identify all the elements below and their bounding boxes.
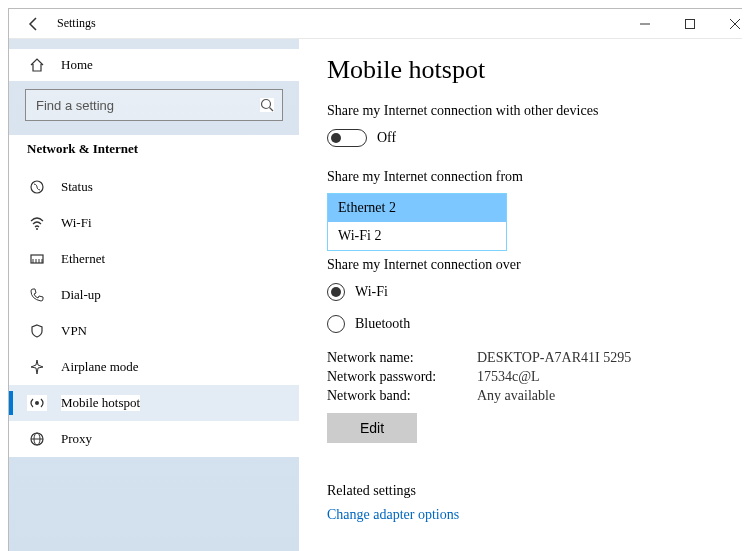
change-adapter-link[interactable]: Change adapter options: [327, 507, 729, 523]
share-from-label: Share my Internet connection from: [327, 169, 729, 185]
radio-bluetooth-label: Bluetooth: [355, 316, 410, 332]
radio-wifi-label: Wi-Fi: [355, 284, 388, 300]
radio-wifi[interactable]: Wi-Fi: [327, 283, 729, 301]
network-info: Network name: DESKTOP-A7AR41I 5295 Netwo…: [327, 347, 729, 407]
sidebar-item-label: Airplane mode: [61, 359, 139, 375]
sidebar-item-proxy[interactable]: Proxy: [9, 421, 299, 457]
shield-icon: [27, 323, 47, 339]
svg-point-11: [35, 401, 39, 405]
net-pwd-value: 17534c@L: [477, 369, 540, 385]
share-toggle[interactable]: [327, 129, 367, 147]
net-pwd-label: Network password:: [327, 369, 477, 385]
net-band-label: Network band:: [327, 388, 477, 404]
sidebar-item-wifi[interactable]: Wi-Fi: [9, 205, 299, 241]
share-over-label: Share my Internet connection over: [327, 257, 729, 273]
sidebar: Home Network & Internet Status Wi-Fi Eth…: [9, 39, 299, 551]
back-button[interactable]: [19, 16, 49, 32]
page-title: Mobile hotspot: [327, 55, 729, 85]
phone-icon: [27, 287, 47, 303]
home-icon: [27, 57, 47, 73]
svg-point-5: [36, 228, 38, 230]
minimize-button[interactable]: [622, 9, 667, 39]
hotspot-icon: [27, 395, 47, 411]
dropdown-option[interactable]: Ethernet 2: [328, 194, 506, 222]
sidebar-item-vpn[interactable]: VPN: [9, 313, 299, 349]
svg-line-3: [270, 108, 274, 112]
sidebar-item-hotspot[interactable]: Mobile hotspot: [9, 385, 299, 421]
related-header: Related settings: [327, 483, 729, 499]
sidebar-item-label: Dial-up: [61, 287, 101, 303]
home-label: Home: [61, 57, 93, 73]
sidebar-item-label: Wi-Fi: [61, 215, 92, 231]
share-from-dropdown[interactable]: Ethernet 2 Wi-Fi 2: [327, 193, 507, 251]
sidebar-item-label: Ethernet: [61, 251, 105, 267]
radio-bluetooth[interactable]: Bluetooth: [327, 315, 729, 333]
airplane-icon: [27, 359, 47, 375]
sidebar-item-label: Status: [61, 179, 93, 195]
net-name-value: DESKTOP-A7AR41I 5295: [477, 350, 631, 366]
net-band-value: Any available: [477, 388, 555, 404]
sidebar-item-label: Proxy: [61, 431, 92, 447]
search-icon: [260, 98, 274, 112]
wifi-icon: [27, 215, 47, 231]
share-toggle-label: Share my Internet connection with other …: [327, 103, 729, 119]
sidebar-item-status[interactable]: Status: [9, 169, 299, 205]
search-input[interactable]: [34, 97, 260, 114]
sidebar-item-airplane[interactable]: Airplane mode: [9, 349, 299, 385]
ethernet-icon: [27, 251, 47, 267]
maximize-button[interactable]: [667, 9, 712, 39]
close-button[interactable]: [712, 9, 742, 39]
section-header: Network & Internet: [9, 135, 299, 169]
proxy-icon: [27, 431, 47, 447]
search-box[interactable]: [25, 89, 283, 121]
toggle-state-label: Off: [377, 130, 396, 146]
net-name-label: Network name:: [327, 350, 477, 366]
edit-button[interactable]: Edit: [327, 413, 417, 443]
svg-rect-1: [685, 19, 694, 28]
sidebar-item-label: Mobile hotspot: [61, 395, 140, 411]
window-title: Settings: [49, 16, 96, 31]
svg-point-2: [262, 100, 271, 109]
content-area: Mobile hotspot Share my Internet connect…: [299, 39, 742, 551]
sidebar-item-ethernet[interactable]: Ethernet: [9, 241, 299, 277]
status-icon: [27, 179, 47, 195]
home-nav[interactable]: Home: [9, 49, 299, 81]
sidebar-item-label: VPN: [61, 323, 87, 339]
titlebar: Settings: [9, 9, 742, 39]
dropdown-option[interactable]: Wi-Fi 2: [328, 222, 506, 250]
sidebar-item-dialup[interactable]: Dial-up: [9, 277, 299, 313]
